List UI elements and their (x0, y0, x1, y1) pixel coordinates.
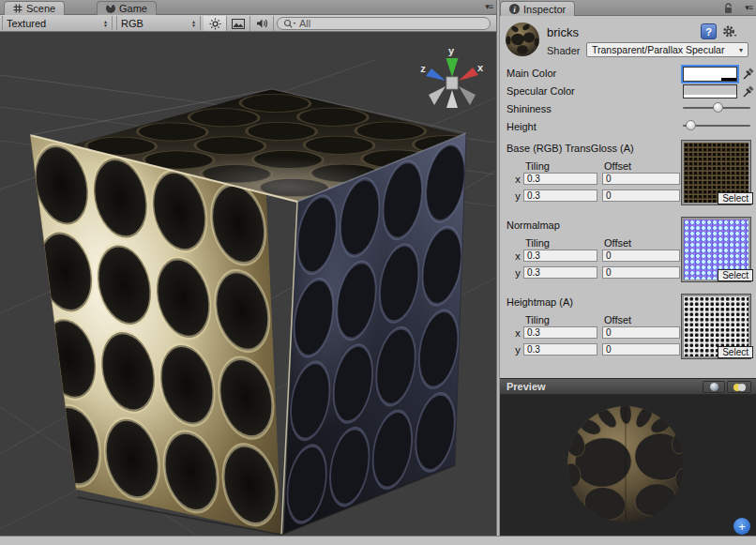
tiling-header: Tiling (525, 160, 550, 172)
tiling-y-field[interactable] (523, 266, 597, 279)
height-slider[interactable] (683, 119, 750, 132)
specular-color-swatch[interactable] (683, 84, 737, 98)
tiling-y-field[interactable] (523, 189, 597, 202)
material-name: bricks (547, 25, 579, 39)
updown-arrows-icon: ▲▼ (98, 20, 108, 27)
chevron-down-icon: ▾ (739, 46, 743, 54)
texture-section-heightmap: Heightmap (A) Tiling Offset x y Select (500, 293, 756, 371)
scene-effects-toggle[interactable] (227, 16, 250, 31)
texture-section-title: Heightmap (A) (507, 296, 573, 308)
preview-shape-button[interactable] (703, 381, 725, 393)
slider-knob[interactable] (686, 120, 696, 130)
offset-x-field[interactable] (602, 173, 680, 185)
x-axis-label: x (514, 174, 522, 185)
scene-viewport[interactable]: y x z (0, 32, 496, 536)
gizmo-z-label: z (420, 63, 426, 74)
offset-y-field[interactable] (602, 266, 680, 279)
shader-dropdown[interactable]: Transparent/Parallax Specular ▾ (586, 42, 748, 57)
cube-object[interactable] (6, 89, 496, 536)
offset-y-field[interactable] (602, 189, 680, 202)
color-channel-dropdown[interactable]: RGB ▲▼ (116, 16, 201, 30)
gizmo-y-label: y (448, 45, 455, 56)
tiling-header: Tiling (525, 314, 550, 325)
preview-title: Preview (507, 381, 546, 392)
shininess-label: Shininess (507, 103, 552, 114)
scene-tabbar: Scene Game ▾≡ (0, 0, 496, 15)
tab-inspector[interactable]: i Inspector (500, 1, 575, 16)
scene-lighting-toggle[interactable] (204, 16, 227, 31)
texture-section-title: Base (RGB) TransGloss (A) (507, 143, 634, 154)
lit-preview-icon (738, 384, 746, 391)
offset-header: Offset (604, 160, 631, 172)
scene-3d-view: y x z (0, 32, 496, 536)
select-texture-button[interactable]: Select (718, 269, 753, 281)
add-icon[interactable]: + (733, 518, 750, 535)
gear-icon[interactable] (721, 23, 737, 39)
alpha-bar (684, 95, 736, 98)
preview-header[interactable]: Preview (500, 378, 756, 395)
tiling-x-field[interactable] (523, 250, 597, 262)
material-preview-area[interactable]: + (500, 395, 756, 536)
offset-header: Offset (604, 314, 631, 325)
info-icon: i (509, 4, 520, 14)
tab-scene[interactable]: Scene (4, 1, 65, 15)
lock-icon[interactable] (723, 3, 733, 14)
tiling-x-field[interactable] (523, 173, 597, 185)
help-icon[interactable]: ? (701, 23, 717, 39)
offset-x-field[interactable] (602, 326, 680, 339)
updown-arrows-icon: ▲▼ (186, 20, 196, 27)
main-color-label: Main Color (507, 68, 556, 79)
gizmo-x-axis[interactable] (459, 68, 478, 81)
slider-knob[interactable] (713, 102, 723, 113)
audio-icon (256, 18, 268, 29)
tiling-x-field[interactable] (523, 326, 597, 339)
color-channel-value: RGB (121, 18, 144, 29)
shininess-slider[interactable] (683, 101, 750, 114)
gizmo-x-label: x (477, 62, 484, 73)
shader-label: Shader (547, 45, 580, 56)
render-mode-value: Textured (7, 18, 46, 29)
tab-inspector-label: Inspector (523, 4, 566, 15)
offset-header: Offset (604, 237, 631, 249)
main-color-swatch[interactable] (683, 67, 737, 82)
tiling-y-field[interactable] (523, 343, 597, 356)
image-icon (232, 19, 245, 29)
offset-x-field[interactable] (602, 250, 680, 262)
y-axis-label: y (514, 267, 522, 279)
select-texture-button[interactable]: Select (718, 192, 753, 204)
scene-orientation-gizmo[interactable]: y x z (420, 45, 484, 108)
search-icon (283, 19, 296, 29)
texture-section-title: Normalmap (507, 220, 560, 231)
render-mode-dropdown[interactable]: Textured ▲▼ (2, 16, 113, 30)
search-input[interactable] (299, 18, 459, 29)
alpha-bar (684, 78, 736, 81)
tab-game-label: Game (119, 3, 147, 14)
preview-lighting-button[interactable] (727, 381, 751, 393)
specular-color-label: Specular Color (507, 85, 575, 97)
panel-menu-icon[interactable]: ▾≡ (485, 3, 492, 11)
sphere-preview-icon (710, 383, 718, 391)
unity-editor-window: Scene Game ▾≡ Textured ▲▼ RGB ▲▼ (0, 0, 756, 545)
x-axis-label: x (514, 250, 522, 262)
grid-icon (13, 4, 23, 13)
tab-scene-label: Scene (26, 3, 55, 14)
y-axis-label: y (514, 190, 522, 202)
tab-game[interactable]: Game (97, 1, 157, 15)
gizmo-y-axis[interactable] (446, 58, 459, 77)
scene-search-field[interactable] (277, 17, 491, 30)
inspector-tabbar: i Inspector ▾≡ (500, 0, 756, 16)
shader-value: Transparent/Parallax Specular (592, 44, 724, 55)
eyedropper-icon[interactable] (742, 67, 755, 82)
select-texture-button[interactable]: Select (718, 346, 753, 358)
x-axis-label: x (514, 327, 522, 339)
tiling-header: Tiling (525, 237, 550, 249)
gizmo-z-axis[interactable] (426, 68, 446, 81)
eyedropper-icon[interactable] (742, 84, 755, 99)
material-sphere-thumbnail[interactable] (504, 21, 541, 58)
offset-y-field[interactable] (602, 343, 680, 356)
panel-menu-icon[interactable]: ▾≡ (745, 4, 752, 12)
scene-panel: Scene Game ▾≡ Textured ▲▼ RGB ▲▼ (0, 0, 496, 536)
scene-audio-toggle[interactable] (250, 16, 274, 31)
inspector-panel: i Inspector ▾≡ bricks Shader (500, 0, 756, 536)
height-label: Height (507, 121, 537, 132)
